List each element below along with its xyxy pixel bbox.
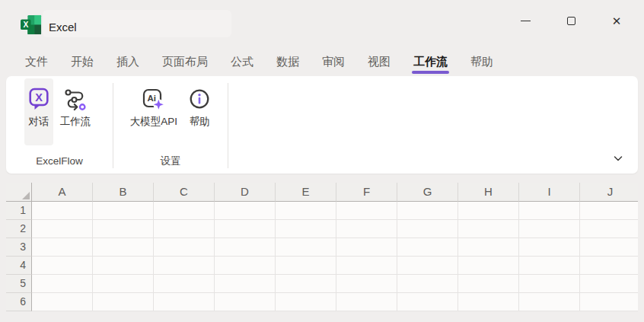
cell[interactable]	[458, 238, 519, 257]
tab-home[interactable]: 开始	[71, 47, 94, 76]
column-header-j[interactable]: J	[580, 183, 638, 202]
column-header-e[interactable]: E	[276, 183, 336, 202]
column-header-i[interactable]: I	[519, 183, 580, 202]
cell[interactable]	[154, 275, 215, 293]
cell[interactable]	[93, 293, 154, 311]
tab-workflow[interactable]: 工作流	[413, 47, 448, 76]
cell[interactable]	[519, 238, 580, 257]
cell[interactable]	[458, 257, 519, 275]
cell[interactable]	[93, 275, 154, 293]
column-header-a[interactable]: A	[32, 183, 93, 202]
cell[interactable]	[580, 202, 638, 220]
cell[interactable]	[154, 202, 215, 220]
info-circle-icon	[188, 85, 211, 113]
row-header-6[interactable]: 6	[6, 293, 32, 311]
column-header-h[interactable]: H	[458, 183, 519, 202]
tab-help[interactable]: 帮助	[470, 47, 493, 76]
cell[interactable]	[215, 293, 276, 311]
cell[interactable]	[458, 202, 519, 220]
cell[interactable]	[32, 293, 93, 311]
tab-formulas[interactable]: 公式	[231, 47, 253, 76]
close-button[interactable]: ✕	[594, 0, 639, 41]
cell[interactable]	[519, 220, 580, 238]
cell[interactable]	[215, 238, 276, 257]
cell[interactable]	[276, 238, 336, 257]
cell[interactable]	[32, 275, 93, 293]
cell[interactable]	[458, 293, 519, 311]
row-header-1[interactable]: 1	[6, 202, 32, 220]
tab-page-layout[interactable]: 页面布局	[162, 47, 208, 76]
cell[interactable]	[32, 220, 93, 238]
cell[interactable]	[276, 202, 336, 220]
cell[interactable]	[93, 238, 154, 257]
column-header-c[interactable]: C	[154, 183, 215, 202]
cell[interactable]	[519, 275, 580, 293]
cell[interactable]	[458, 275, 519, 293]
cell[interactable]	[336, 202, 397, 220]
cell[interactable]	[32, 257, 93, 275]
cell[interactable]	[276, 220, 336, 238]
cell[interactable]	[336, 257, 397, 275]
cell[interactable]	[32, 238, 93, 257]
cell[interactable]	[580, 257, 638, 275]
cell[interactable]	[336, 293, 397, 311]
tab-insert[interactable]: 插入	[116, 47, 139, 76]
cell[interactable]	[154, 257, 215, 275]
row-header-3[interactable]: 3	[6, 238, 32, 257]
chevron-down-icon	[612, 152, 624, 167]
column-header-g[interactable]: G	[397, 183, 458, 202]
ribbon-panel: X 对话 工作流 ExcelFlow	[6, 76, 638, 174]
cell[interactable]	[276, 257, 336, 275]
cell[interactable]	[519, 257, 580, 275]
cell[interactable]	[336, 220, 397, 238]
cell[interactable]	[215, 202, 276, 220]
close-icon: ✕	[612, 15, 622, 27]
maximize-button[interactable]	[548, 0, 594, 41]
collapse-ribbon-button[interactable]	[609, 151, 627, 169]
cell[interactable]	[397, 293, 458, 311]
cell[interactable]	[215, 257, 276, 275]
cell[interactable]	[519, 202, 580, 220]
cell[interactable]	[154, 238, 215, 257]
column-header-d[interactable]: D	[215, 183, 276, 202]
cell[interactable]	[276, 275, 336, 293]
cell[interactable]	[32, 202, 93, 220]
cell[interactable]	[215, 275, 276, 293]
row-header-2[interactable]: 2	[6, 220, 32, 238]
cell[interactable]	[397, 238, 458, 257]
column-header-b[interactable]: B	[93, 183, 154, 202]
column-header-f[interactable]: F	[336, 183, 397, 202]
cell[interactable]	[93, 257, 154, 275]
tab-file[interactable]: 文件	[25, 47, 48, 76]
tab-view[interactable]: 视图	[368, 47, 391, 76]
tab-data[interactable]: 数据	[276, 47, 299, 76]
row-header-5[interactable]: 5	[6, 275, 32, 293]
cell[interactable]	[580, 275, 638, 293]
cell[interactable]	[93, 202, 154, 220]
select-all-triangle-icon	[22, 192, 30, 199]
tab-review[interactable]: 审阅	[322, 47, 345, 76]
minimize-button[interactable]	[502, 0, 548, 41]
llm-api-button[interactable]: Ai 大模型API	[126, 78, 181, 145]
help-button[interactable]: 帮助	[184, 78, 215, 145]
cell[interactable]	[458, 220, 519, 238]
cell[interactable]	[215, 220, 276, 238]
cell[interactable]	[580, 293, 638, 311]
row-header-4[interactable]: 4	[6, 257, 32, 275]
cell[interactable]	[276, 293, 336, 311]
cell[interactable]	[154, 293, 215, 311]
cell[interactable]	[397, 202, 458, 220]
cell[interactable]	[154, 220, 215, 238]
cell[interactable]	[397, 257, 458, 275]
cell[interactable]	[336, 238, 397, 257]
workflow-button[interactable]: 工作流	[56, 78, 95, 145]
select-all-corner[interactable]	[6, 183, 32, 202]
cell[interactable]	[519, 293, 580, 311]
cell[interactable]	[397, 275, 458, 293]
dialog-button[interactable]: X 对话	[24, 78, 53, 145]
cell[interactable]	[93, 220, 154, 238]
cell[interactable]	[580, 220, 638, 238]
cell[interactable]	[336, 275, 397, 293]
cell[interactable]	[580, 238, 638, 257]
cell[interactable]	[397, 220, 458, 238]
